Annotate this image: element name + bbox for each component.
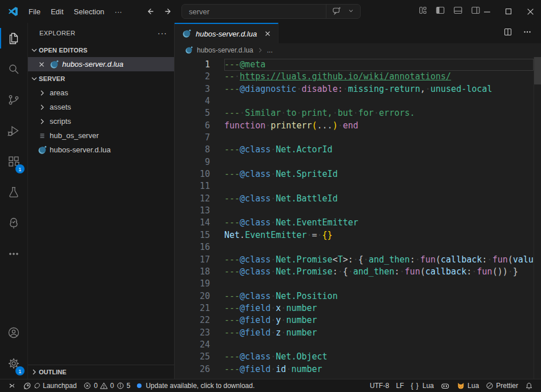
activity-accounts[interactable] [0,317,27,348]
remote-indicator[interactable] [5,382,19,390]
notifications-bell[interactable] [522,382,536,390]
code-line-8[interactable]: 8---@class·Net.ActorId [175,144,541,156]
breadcrumb-symbol[interactable]: ... [267,46,273,54]
code-editor[interactable]: 1---@meta2--·https://luals.github.io/wik… [175,57,541,379]
problems-button[interactable]: 0 0 5 [80,382,134,390]
launchpad-button[interactable]: Launchpad [19,382,80,390]
code-line-5[interactable]: 5---·Similar·to·print,·but·for·errors. [175,107,541,119]
tree-item-areas[interactable]: areas [28,86,174,100]
toggle-primary-sidebar-icon[interactable] [435,6,445,17]
code-line-14[interactable]: 14---@class·Net.EventEmitter [175,217,541,229]
activity-source-control[interactable] [0,84,27,115]
tree-item-assets[interactable]: assets [28,100,174,114]
code-line-4[interactable]: 4 [175,95,541,107]
update-dot-icon [137,383,142,388]
back-arrow-icon[interactable] [146,7,155,16]
scrollbar[interactable] [534,57,541,379]
forward-arrow-icon[interactable] [164,7,173,16]
code-line-16[interactable]: 16 [175,241,541,253]
outline-section-header[interactable]: OUTLINE [28,365,174,379]
command-center[interactable]: server [181,4,361,19]
menu-edit[interactable]: Edit [46,5,68,19]
activity-more[interactable] [0,239,27,269]
line-number: 5 [175,107,210,119]
code-line-23[interactable]: 23---@field·z·number [175,327,541,339]
tab-hubos-server[interactable]: hubos-server.d.lua [175,23,278,43]
eol-indicator[interactable]: LF [393,382,407,390]
code-lines: 1---@meta2--·https://luals.github.io/wik… [175,59,541,375]
toggle-panel-icon[interactable] [453,6,463,17]
remote-icon [8,382,16,390]
activity-search[interactable] [0,54,27,84]
code-line-26[interactable]: 26---@field·id·number [175,363,541,375]
editor-more-actions-icon[interactable] [523,27,532,39]
activity-testing[interactable] [0,177,27,208]
activity-extensions[interactable]: 1 [0,146,27,177]
code-line-18[interactable]: 18---@class·Net.Promise:·{·and_then:·fun… [175,266,541,278]
code-line-21[interactable]: 21---@field·x·number [175,302,541,314]
code-line-9[interactable]: 9 [175,156,541,168]
editor-group: hubos-server.d.lua hubos-server.d.lua ..… [174,23,541,379]
code-line-20[interactable]: 20---@class·Net.Position [175,290,541,302]
code-line-15[interactable]: 15Net.EventEmitter·=·{} [175,229,541,241]
activity-explorer[interactable] [0,23,27,54]
open-editors-section-header[interactable]: OPEN EDITORS [28,43,174,57]
split-editor-icon[interactable] [503,27,512,39]
copilot-status[interactable] [437,382,453,390]
code-line-12[interactable]: 12---@class·Net.BattleId [175,193,541,205]
prettier-status[interactable]: Prettier [482,382,522,390]
line-content: ---@class·Net.Promise<T>:·{·and_then:·fu… [224,254,534,266]
command-center-value[interactable]: server [182,7,326,16]
chevron-down-icon [30,74,39,83]
menu-file[interactable]: File [23,5,46,19]
minimize-button[interactable] [476,0,498,23]
update-notification[interactable]: Update available, click to download. [134,382,258,390]
breadcrumb[interactable]: hubos-server.d.lua ... [175,43,541,57]
line-content: ---@class·Net.ActorId [224,144,534,156]
lua-ls-status[interactable]: Lua [453,382,482,390]
line-number: 22 [175,314,210,326]
copilot-chat-icon[interactable] [332,6,342,17]
chevron-down-icon[interactable] [348,7,354,16]
breadcrumb-file[interactable]: hubos-server.d.lua [197,46,253,54]
line-content [224,132,534,144]
code-line-2[interactable]: 2--·https://luals.github.io/wiki/annotat… [175,71,541,83]
code-line-6[interactable]: 6function·printerr(...)·end [175,120,541,132]
line-content: ---@class·Net.BattleId [224,193,534,205]
tree-item-hub_os_server[interactable]: hub_os_server [28,128,174,143]
code-line-1[interactable]: 1---@meta [175,59,541,71]
open-editor-item[interactable]: hubos-server.d.lua [28,57,174,71]
close-window-button[interactable] [519,0,541,23]
menu-more[interactable]: ··· [110,5,127,19]
line-content: ---@class·Net.SpriteId [224,168,534,180]
warning-count: 0 [110,382,114,390]
code-line-10[interactable]: 10---@class·Net.SpriteId [175,168,541,180]
code-line-13[interactable]: 13 [175,205,541,217]
code-line-17[interactable]: 17---@class·Net.Promise<T>:·{·and_then:·… [175,254,541,266]
code-line-11[interactable]: 11 [175,180,541,192]
lua-ls-label: Lua [467,382,479,390]
code-line-24[interactable]: 24 [175,339,541,351]
customize-layout-icon[interactable] [418,6,427,17]
code-line-22[interactable]: 22---@field·y·number [175,314,541,326]
scrollbar-thumb[interactable] [534,57,541,84]
activity-settings[interactable]: 1 [0,348,27,379]
server-section-header[interactable]: SERVER [28,71,174,86]
code-line-19[interactable]: 19 [175,278,541,290]
tree-item-scripts[interactable]: scripts [28,114,174,128]
encoding-indicator[interactable]: UTF-8 [366,382,393,390]
code-line-25[interactable]: 25---@class·Net.Object [175,351,541,363]
tree-item-hubos-server.d.lua[interactable]: hubos-server.d.lua [28,143,174,157]
activity-todo-tree[interactable] [0,208,27,239]
tab-close-icon[interactable] [263,29,272,38]
sidebar-more-actions-icon[interactable]: ··· [158,29,167,38]
tree-item-label: hubos-server.d.lua [50,146,111,154]
line-content: ---@meta [224,59,534,71]
code-line-7[interactable]: 7 [175,132,541,144]
maximize-button[interactable] [498,0,519,23]
close-editor-icon[interactable] [37,60,46,69]
menu-selection[interactable]: Selection [68,5,109,19]
language-mode[interactable]: { } Lua [407,382,437,390]
code-line-3[interactable]: 3---@diagnostic·disable:·missing-return,… [175,83,541,95]
activity-run-debug[interactable] [0,115,27,146]
